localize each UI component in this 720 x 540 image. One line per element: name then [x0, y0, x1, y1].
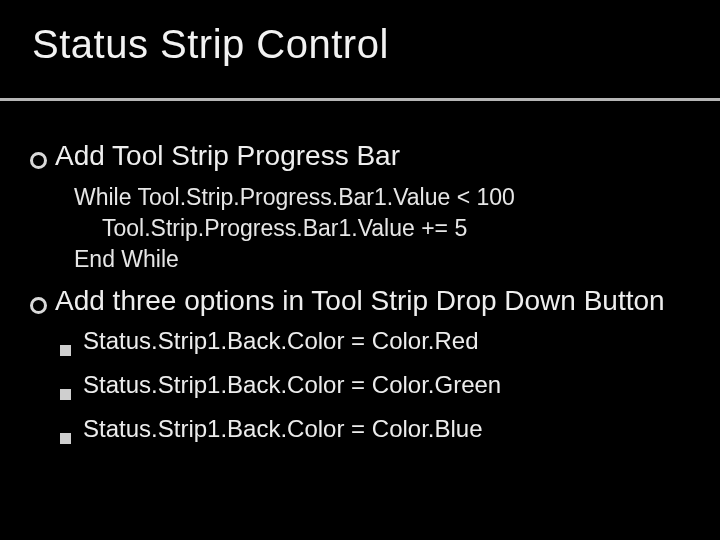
- slide-content: Add Tool Strip Progress Bar While Tool.S…: [0, 98, 720, 443]
- square-bullet-icon: [60, 433, 71, 444]
- bullet-text: Add three options in Tool Strip Drop Dow…: [55, 285, 665, 317]
- sub-bullet-group: Status.Strip1.Back.Color = Color.Red Sta…: [30, 327, 698, 443]
- bullet-text: Status.Strip1.Back.Color = Color.Red: [83, 327, 479, 355]
- ring-bullet-icon: [30, 297, 47, 314]
- slide: Status Strip Control Add Tool Strip Prog…: [0, 0, 720, 540]
- bullet-level1-item: Add three options in Tool Strip Drop Dow…: [30, 285, 698, 317]
- bullet-level1-item: Add Tool Strip Progress Bar: [30, 140, 698, 172]
- bullet-text: Status.Strip1.Back.Color = Color.Blue: [83, 415, 483, 443]
- code-line: While Tool.Strip.Progress.Bar1.Value < 1…: [74, 182, 698, 213]
- ring-bullet-icon: [30, 152, 47, 169]
- code-line: Tool.Strip.Progress.Bar1.Value += 5: [74, 213, 698, 244]
- bullet-text: Add Tool Strip Progress Bar: [55, 140, 400, 172]
- title-divider: [0, 98, 720, 101]
- bullet-level2-item: Status.Strip1.Back.Color = Color.Green: [60, 371, 698, 399]
- title-block: Status Strip Control: [0, 0, 720, 98]
- slide-title: Status Strip Control: [32, 22, 720, 67]
- code-block: While Tool.Strip.Progress.Bar1.Value < 1…: [74, 182, 698, 275]
- bullet-level2-item: Status.Strip1.Back.Color = Color.Red: [60, 327, 698, 355]
- square-bullet-icon: [60, 389, 71, 400]
- bullet-text: Status.Strip1.Back.Color = Color.Green: [83, 371, 501, 399]
- code-line: End While: [74, 244, 698, 275]
- bullet-level2-item: Status.Strip1.Back.Color = Color.Blue: [60, 415, 698, 443]
- square-bullet-icon: [60, 345, 71, 356]
